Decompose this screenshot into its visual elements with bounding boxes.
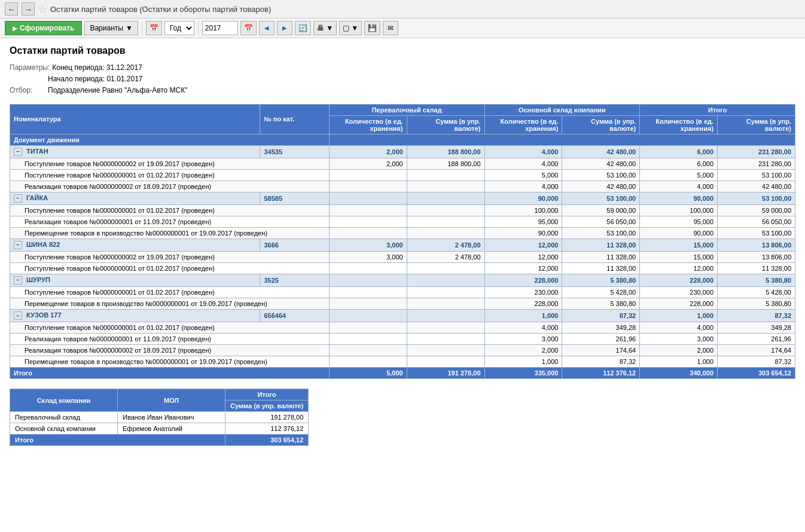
total-qty: 340,000: [640, 368, 718, 379]
group-name-link[interactable]: КУЗОВ 177: [26, 311, 62, 319]
favorite-button[interactable]: ☆: [38, 4, 47, 15]
detail-total-sum: 11 328,00: [718, 262, 795, 274]
detail-trans-sum: [407, 227, 484, 239]
detail-main-qty: 100,000: [484, 204, 562, 216]
trans-sum-header: Сумма (в упр. валюте): [407, 115, 484, 134]
detail-trans-qty: [329, 227, 407, 239]
detail-main-qty: 228,000: [484, 298, 562, 309]
detail-row: Поступление товаров №0000000001 от 01.02…: [10, 286, 795, 298]
detail-doc: Реализация товаров №0000000002 от 18.09.…: [10, 345, 330, 356]
detail-total-qty: 228,000: [640, 298, 718, 309]
total-row: Итого 5,000 191 278,00 335,000 112 376,1…: [10, 368, 795, 379]
detail-doc: Реализация товаров №0000000001 от 11.09.…: [10, 334, 330, 345]
collapse-button[interactable]: −: [14, 194, 22, 203]
group-main-sum: 11 328,00: [562, 239, 640, 251]
detail-trans-sum: [407, 169, 484, 181]
arrow-right-button[interactable]: ►: [277, 21, 292, 35]
main-table: Номенклатура № по кат. Перевалочный скла…: [10, 104, 795, 379]
play-icon: ▶: [13, 25, 17, 32]
group-total-sum: 87,32: [718, 309, 795, 322]
separator-2: [198, 22, 199, 35]
year-input[interactable]: [202, 21, 238, 35]
group-trans-sum: 188 800,00: [407, 145, 484, 158]
detail-row: Поступление товаров №0000000001 от 01.02…: [10, 204, 795, 216]
detail-total-qty: 95,000: [640, 216, 718, 227]
save-button[interactable]: 💾: [364, 21, 380, 35]
refresh-button[interactable]: 🔄: [295, 21, 311, 35]
detail-main-qty: 95,000: [484, 216, 562, 227]
variants-button[interactable]: Варианты ▼: [84, 21, 138, 35]
detail-main-sum: 59 000,00: [562, 204, 640, 216]
trans-qty-header: Количество (в ед. хранения): [329, 115, 407, 134]
group-row: − ГАЙКА 58585 90,000 53 100,00 90,000 53…: [10, 192, 795, 204]
detail-doc: Поступление товаров №0000000001 от 01.02…: [10, 322, 330, 334]
email-button[interactable]: ✉: [383, 21, 398, 35]
group-main-sum: 5 380,80: [562, 274, 640, 286]
collapse-button[interactable]: −: [14, 276, 22, 285]
detail-trans-sum: [407, 322, 484, 334]
total-label: Итого: [10, 368, 330, 379]
detail-trans-sum: [407, 262, 484, 274]
detail-main-sum: 42 480,00: [562, 158, 640, 169]
group-main-qty: 12,000: [484, 239, 562, 251]
end-period: Конец периода: 31.12.2017: [52, 62, 142, 74]
period-select[interactable]: Год: [164, 21, 194, 35]
print-button[interactable]: 🖶 ▼: [313, 21, 337, 35]
group-row: − ШУРУП 3525 228,000 5 380,80 228,000 5 …: [10, 274, 795, 286]
group-total-qty: 6,000: [640, 145, 718, 158]
detail-main-qty: 12,000: [484, 262, 562, 274]
total-trans-qty: 5,000: [329, 368, 407, 379]
calendar2-icon-button[interactable]: 📅: [240, 21, 257, 35]
group-total-qty: 15,000: [640, 239, 718, 251]
detail-trans-sum: [407, 204, 484, 216]
group-main-qty: 4,000: [484, 145, 562, 158]
detail-doc: Реализация товаров №0000000002 от 18.09.…: [10, 181, 330, 192]
detail-total-sum: 53 100,00: [718, 169, 795, 181]
warehouse-name: Перевалочный склад: [10, 412, 118, 423]
detail-main-qty: 5,000: [484, 169, 562, 181]
detail-total-sum: 174,64: [718, 345, 795, 356]
group-total-sum: 53 100,00: [718, 192, 795, 204]
detail-total-qty: 3,000: [640, 334, 718, 345]
total-sum: 303 654,12: [718, 368, 795, 379]
detail-trans-qty: 3,000: [329, 251, 407, 262]
group-name-link[interactable]: ТИТАН: [26, 148, 48, 155]
total-main-sum: 112 376,12: [562, 368, 640, 379]
group-name: − ШУРУП: [10, 274, 260, 286]
group-name-link[interactable]: ШИНА 822: [26, 241, 60, 248]
group-row: − ТИТАН 34535 2,000 188 800,00 4,000 42 …: [10, 145, 795, 158]
detail-total-sum: 56 050,00: [718, 216, 795, 227]
detail-row: Реализация товаров №0000000001 от 11.09.…: [10, 216, 795, 227]
detail-doc: Перемещение товаров в производство №0000…: [10, 298, 330, 309]
detail-trans-sum: [407, 334, 484, 345]
collapse-button[interactable]: −: [14, 148, 22, 156]
total-qty-header: Количество (в ед. хранения): [640, 115, 718, 134]
doc-movement-header: Документ движения: [10, 134, 330, 145]
col-main-warehouse: Основной склад компании: [484, 104, 640, 115]
group-total-sum: 231 280,00: [718, 145, 795, 158]
detail-doc: Перемещение товаров в производство №0000…: [10, 356, 330, 368]
detail-total-qty: 4,000: [640, 181, 718, 192]
arrow-left-button[interactable]: ◄: [259, 21, 275, 35]
detail-row: Поступление товаров №0000000002 от 19.09…: [10, 251, 795, 262]
collapse-button[interactable]: −: [14, 241, 22, 249]
mol-name: Иванов Иван Иванович: [118, 412, 225, 423]
group-name-link[interactable]: ГАЙКА: [26, 194, 48, 201]
forward-button[interactable]: →: [22, 2, 35, 16]
second-col1: Склад компании: [10, 389, 118, 412]
calendar-icon-button[interactable]: 📅: [146, 21, 162, 35]
detail-total-qty: 15,000: [640, 251, 718, 262]
detail-trans-qty: [329, 286, 407, 298]
back-button[interactable]: ←: [5, 2, 18, 16]
group-main-qty: 1,000: [484, 309, 562, 322]
detail-main-sum: 53 100,00: [562, 169, 640, 181]
view-button[interactable]: ▢ ▼: [339, 21, 362, 35]
generate-button[interactable]: ▶ Сформировать: [5, 21, 82, 35]
second-total-label: Итого: [10, 435, 225, 446]
group-main-sum: 87,32: [562, 309, 640, 322]
group-name-link[interactable]: ШУРУП: [26, 276, 50, 283]
collapse-button[interactable]: −: [14, 311, 22, 320]
detail-trans-qty: [329, 216, 407, 227]
group-catalog: 3666: [260, 239, 329, 251]
detail-total-qty: 5,000: [640, 169, 718, 181]
